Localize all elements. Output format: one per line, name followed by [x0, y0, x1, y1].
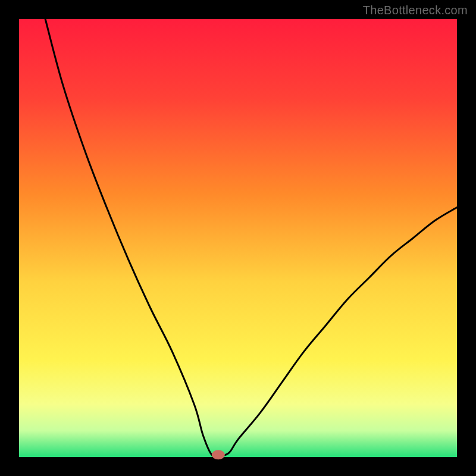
plot-background — [19, 19, 457, 457]
chart-frame: TheBottleneck.com — [0, 0, 476, 476]
watermark-text: TheBottleneck.com — [363, 4, 468, 17]
bottleneck-chart — [0, 0, 476, 476]
optimal-marker — [212, 450, 225, 459]
